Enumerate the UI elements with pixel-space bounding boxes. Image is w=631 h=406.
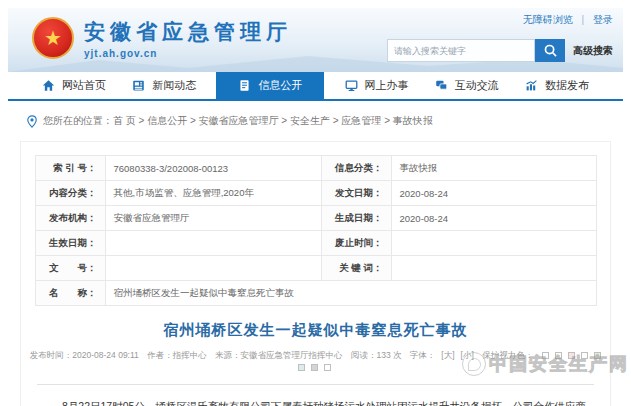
page: 无障碍浏览 | 登录 ★ 安徽省应急管理厅 yjt.ah.gov.cn 高级搜索: [0, 0, 631, 406]
table-row: 名 称： 宿州埇桥区发生一起疑似中毒窒息死亡事故: [35, 281, 596, 306]
eye-color-swatch[interactable]: [555, 352, 562, 359]
field-label-keywords: 关 键 词：: [321, 256, 391, 281]
main-nav: 网站首页 新闻动态 信息公开: [8, 72, 623, 101]
field-value-issue-date: 2020-08-24: [391, 181, 596, 206]
table-row: 文 号： 关 键 词：: [35, 256, 596, 281]
eye-color-swatch[interactable]: [581, 352, 588, 359]
field-value-doc-number: [105, 256, 321, 281]
eye-color-swatch[interactable]: [568, 352, 575, 359]
nav-label: 数据发布: [545, 78, 589, 93]
nav-item-news[interactable]: 新闻动态: [126, 72, 202, 99]
article-meta: 发布时间：2020-08-24 09:11 作者：指挥中心 来源：安徽省应急管理…: [21, 350, 610, 372]
font-size-label: 字体：: [410, 350, 436, 360]
search-button[interactable]: [535, 39, 565, 62]
accessibility-link[interactable]: 无障碍浏览: [523, 14, 573, 25]
document-metadata-table: 索 引 号： 76080338-3/202008-00123 信息分类： 事故快…: [35, 155, 597, 306]
location-pin-icon: [26, 115, 38, 128]
breadcrumb-path[interactable]: 首 页 > 信息公开 > 安徽省应急管理厅 > 安全生产 > 应急管理 > 事故…: [113, 114, 433, 128]
field-label-effective-date: 生效日期：: [35, 231, 105, 256]
nav-label: 信息公开: [258, 78, 302, 93]
site-brand[interactable]: ★ 安徽省应急管理厅 yjt.ah.gov.cn: [32, 17, 292, 59]
field-label-info-class: 信息分类：: [321, 156, 391, 181]
nav-item-info-disclosure[interactable]: 信息公开: [216, 72, 324, 99]
chart-icon: [525, 79, 538, 92]
nav-item-interaction[interactable]: 互动交流: [429, 72, 505, 99]
monitor-icon: [345, 79, 358, 92]
field-label-created-date: 生成日期：: [321, 206, 391, 231]
nav-item-data-release[interactable]: 数据发布: [519, 72, 595, 99]
field-label-name: 名 称：: [35, 281, 105, 306]
breadcrumb: 您所在的位置： 首 页 > 信息公开 > 安徽省应急管理厅 > 安全生产 > 应…: [8, 103, 623, 139]
table-row: 发布机构： 安徽省应急管理厅 生成日期： 2020-08-24: [35, 206, 596, 231]
eye-color-swatch[interactable]: [298, 364, 305, 371]
chat-icon: [435, 79, 448, 92]
search-input[interactable]: [387, 39, 535, 62]
site-title: 安徽省应急管理厅: [84, 18, 292, 46]
nav-item-home[interactable]: 网站首页: [36, 72, 112, 99]
field-value-info-class: 事故快报: [391, 156, 596, 181]
article-body: 8月22日17时05分，埇桥区温氏畜牧有限公司下属秦圩种猪场污水处理站因污水提升…: [41, 396, 590, 406]
login-link[interactable]: 登录: [593, 14, 613, 25]
nav-label: 网站首页: [62, 78, 106, 93]
nav-label: 新闻动态: [152, 78, 196, 93]
body-line-1: 8月22日17时05分，埇桥区温氏畜牧有限公司下属秦圩种猪场污水处理站因污水提升…: [41, 396, 590, 406]
publish-time: 发布时间：2020-08-24 09:11: [30, 350, 139, 360]
search-icon: [544, 44, 557, 57]
search-bar: 高级搜索: [387, 39, 613, 62]
field-value-repeal-date: [391, 231, 596, 256]
view-count: 阅读：133 次: [351, 350, 402, 360]
news-icon: [132, 79, 145, 92]
content-divider: [37, 384, 594, 385]
site-header: 无障碍浏览 | 登录 ★ 安徽省应急管理厅 yjt.ah.gov.cn 高级搜索: [8, 8, 623, 72]
field-label-publisher: 发布机构：: [35, 206, 105, 231]
eye-color-swatch[interactable]: [594, 352, 601, 359]
document-icon: [238, 79, 251, 92]
home-icon: [42, 79, 55, 92]
field-label-issue-date: 发文日期：: [321, 181, 391, 206]
nav-label: 互动交流: [455, 78, 499, 93]
table-row: 索 引 号： 76080338-3/202008-00123 信息分类： 事故快…: [35, 156, 596, 181]
field-value-index-no: 76080338-3/202008-00123: [105, 156, 321, 181]
content-panel: 索 引 号： 76080338-3/202008-00123 信息分类： 事故快…: [20, 141, 611, 406]
eye-color-swatch[interactable]: [542, 352, 549, 359]
article-title: 宿州埇桥区发生一起疑似中毒窒息死亡事故: [21, 321, 610, 340]
eye-protect-label: 保护视力色：: [482, 350, 533, 360]
field-value-created-date: 2020-08-24: [391, 206, 596, 231]
field-label-doc-number: 文 号：: [35, 256, 105, 281]
source: 来源：安徽省应急管理厅指挥中心: [215, 350, 343, 360]
table-row: 内容分类： 其他,市场监管、应急管理,2020年 发文日期： 2020-08-2…: [35, 181, 596, 206]
brand-text: 安徽省应急管理厅 yjt.ah.gov.cn: [84, 18, 292, 59]
font-smaller-button[interactable]: [小]: [461, 350, 474, 360]
field-value-effective-date: [105, 231, 321, 256]
field-value-publisher: 安徽省应急管理厅: [105, 206, 321, 231]
eye-color-swatch[interactable]: [311, 364, 318, 371]
field-label-repeal-date: 废止时间：: [321, 231, 391, 256]
field-value-content-class: 其他,市场监管、应急管理,2020年: [105, 181, 321, 206]
author: 作者：指挥中心: [147, 350, 207, 360]
eye-color-swatch[interactable]: [324, 364, 331, 371]
top-links: 无障碍浏览 | 登录: [523, 13, 613, 27]
nav-label: 网上办事: [365, 78, 409, 93]
field-label-index-no: 索 引 号：: [35, 156, 105, 181]
advanced-search-link[interactable]: 高级搜索: [573, 44, 613, 58]
field-label-content-class: 内容分类：: [35, 181, 105, 206]
font-larger-button[interactable]: [大]: [441, 350, 454, 360]
table-row: 生效日期： 废止时间：: [35, 231, 596, 256]
breadcrumb-prefix: 您所在的位置：: [43, 114, 113, 128]
nav-item-online-services[interactable]: 网上办事: [339, 72, 415, 99]
national-emblem-logo: ★: [32, 17, 74, 59]
site-domain: yjt.ah.gov.cn: [84, 48, 292, 59]
link-separator: |: [582, 14, 585, 25]
field-value-name: 宿州埇桥区发生一起疑似中毒窒息死亡事故: [105, 281, 596, 306]
field-value-keywords: [391, 256, 596, 281]
